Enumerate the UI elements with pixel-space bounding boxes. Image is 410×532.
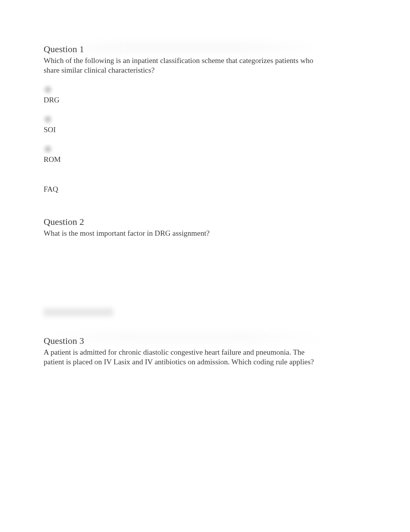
- question-text: A patient is admitted for chronic diasto…: [44, 348, 322, 367]
- answer-label: ROM: [44, 155, 366, 165]
- question-title: Question 3: [44, 335, 366, 347]
- radio-icon[interactable]: [44, 86, 51, 93]
- answer-option[interactable]: SOI: [44, 116, 366, 135]
- answer-label: DRG: [44, 95, 366, 105]
- answer-label: SOI: [44, 125, 366, 135]
- answer-label: FAQ: [44, 185, 366, 194]
- question-block-3: Question 3 A patient is admitted for chr…: [44, 335, 366, 367]
- obscured-content: [44, 308, 113, 316]
- question-block-1: Question 1 Which of the following is an …: [44, 43, 366, 194]
- question-text: What is the most important factor in DRG…: [44, 229, 322, 238]
- answer-option[interactable]: DRG: [44, 86, 366, 105]
- answer-option[interactable]: FAQ: [44, 175, 366, 194]
- question-block-2: Question 2 What is the most important fa…: [44, 216, 366, 316]
- page-content: Question 1 Which of the following is an …: [0, 0, 410, 367]
- radio-icon[interactable]: [44, 146, 51, 153]
- answer-option[interactable]: ROM: [44, 146, 366, 165]
- question-text: Which of the following is an inpatient c…: [44, 56, 322, 75]
- question-title: Question 2: [44, 216, 366, 228]
- radio-icon[interactable]: [44, 116, 51, 123]
- question-title: Question 1: [44, 43, 366, 55]
